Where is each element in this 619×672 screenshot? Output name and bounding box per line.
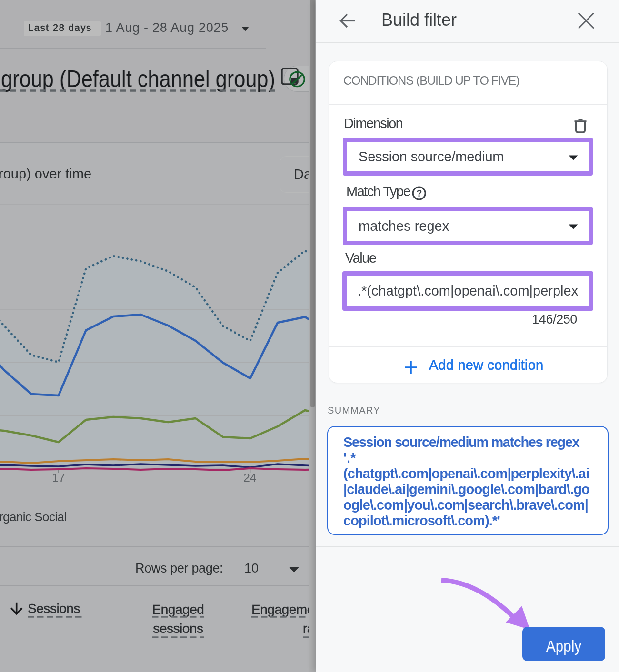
svg-text:?: ? xyxy=(416,188,422,198)
